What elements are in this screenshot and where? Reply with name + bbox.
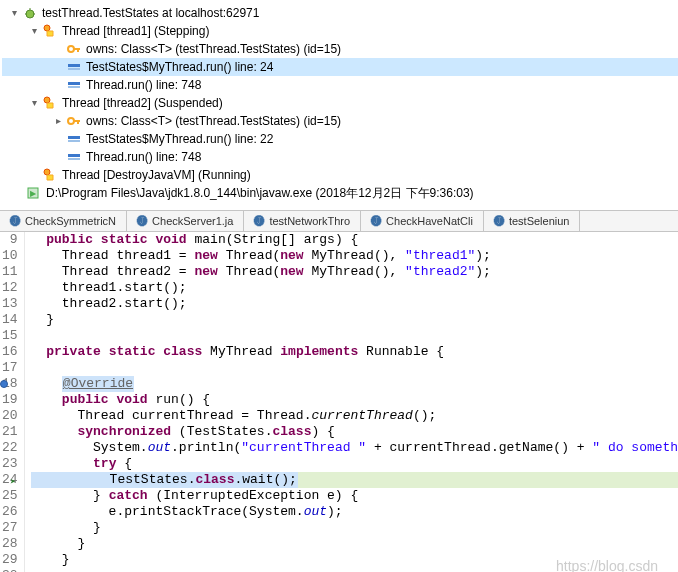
editor-tabs: 🅙CheckSymmetricN 🅙CheckServer1.ja 🅙testN… bbox=[0, 210, 678, 232]
frame-label: Thread.run() line: 748 bbox=[84, 148, 201, 166]
svg-rect-11 bbox=[68, 86, 80, 88]
stack-frame-icon bbox=[66, 77, 82, 93]
tab-label: testSeleniun bbox=[509, 215, 570, 227]
collapse-icon[interactable]: ▾ bbox=[26, 95, 42, 111]
code-line: thread2.start(); bbox=[31, 296, 678, 312]
line-number: 22 bbox=[2, 440, 18, 456]
code-line: public void run() { bbox=[31, 392, 678, 408]
line-number: 23 bbox=[2, 456, 18, 472]
java-file-icon: 🅙 bbox=[10, 215, 21, 227]
svg-point-12 bbox=[44, 97, 50, 103]
stack-frame[interactable]: TestStates$MyThread.run() line: 22 bbox=[2, 130, 678, 148]
editor-tab[interactable]: 🅙testNetworkThro bbox=[244, 211, 361, 231]
debug-target-label: testThread.TestStates at localhost:62971 bbox=[40, 4, 259, 22]
stack-frame-icon bbox=[66, 59, 82, 75]
code-line: @Override bbox=[31, 376, 678, 392]
code-line: public static void main(String[] args) { bbox=[31, 232, 678, 248]
code-line: } bbox=[31, 312, 678, 328]
line-number: 19 bbox=[2, 392, 18, 408]
debug-tree: ▾ testThread.TestStates at localhost:629… bbox=[0, 0, 678, 210]
thread-node-1[interactable]: ▾ Thread [thread1] (Stepping) bbox=[2, 22, 678, 40]
line-number: 20 bbox=[2, 408, 18, 424]
stack-frame[interactable]: Thread.run() line: 748 bbox=[2, 76, 678, 94]
code-line: private static class MyThread implements… bbox=[31, 344, 678, 360]
line-number: 10 bbox=[2, 248, 18, 264]
frame-label: Thread.run() line: 748 bbox=[84, 76, 201, 94]
editor-tab[interactable]: 🅙testSeleniun bbox=[484, 211, 581, 231]
line-number: 15 bbox=[2, 328, 18, 344]
line-number: 17 bbox=[2, 360, 18, 376]
line-number: 16 bbox=[2, 344, 18, 360]
line-number: 9 bbox=[2, 232, 18, 248]
thread-node-destroy[interactable]: ▸ Thread [DestroyJavaVM] (Running) bbox=[2, 166, 678, 184]
debug-target[interactable]: ▾ testThread.TestStates at localhost:629… bbox=[2, 4, 678, 22]
thread-label: Thread [DestroyJavaVM] (Running) bbox=[60, 166, 251, 184]
line-number: 13 bbox=[2, 296, 18, 312]
stack-frame[interactable]: Thread.run() line: 748 bbox=[2, 148, 678, 166]
code-editor[interactable]: 9 10 11 12 13 14 15 16 17 18 19 20 21 22… bbox=[0, 232, 678, 572]
code-line bbox=[31, 360, 678, 376]
java-file-icon: 🅙 bbox=[371, 215, 382, 227]
line-number: 26 bbox=[2, 504, 18, 520]
code-line: Thread currentThread = Thread.currentThr… bbox=[31, 408, 678, 424]
code-line: thread1.start(); bbox=[31, 280, 678, 296]
java-file-icon: 🅙 bbox=[494, 215, 505, 227]
stack-frame-selected[interactable]: TestStates$MyThread.run() line: 24 bbox=[2, 58, 678, 76]
java-file-icon: 🅙 bbox=[254, 215, 265, 227]
thread-label: Thread [thread1] (Stepping) bbox=[60, 22, 209, 40]
line-number: 27 bbox=[2, 520, 18, 536]
monitor-label: owns: Class<T> (testThread.TestStates) (… bbox=[84, 40, 341, 58]
svg-rect-18 bbox=[68, 154, 80, 157]
svg-rect-10 bbox=[68, 82, 80, 85]
watermark-text: https://blog.csdn bbox=[556, 558, 658, 572]
svg-point-4 bbox=[44, 25, 50, 31]
svg-point-0 bbox=[26, 10, 34, 18]
editor-tab[interactable]: 🅙CheckServer1.ja bbox=[127, 211, 244, 231]
tab-label: CheckSymmetricN bbox=[25, 215, 116, 227]
line-number: 28 bbox=[2, 536, 18, 552]
thread-icon bbox=[42, 167, 58, 183]
line-number: 11 bbox=[2, 264, 18, 280]
code-line bbox=[31, 328, 678, 344]
svg-text:▶: ▶ bbox=[30, 189, 37, 198]
thread-icon bbox=[42, 95, 58, 111]
editor-tab[interactable]: 🅙CheckHaveNatCli bbox=[361, 211, 484, 231]
svg-rect-9 bbox=[68, 68, 80, 70]
breakpoint-icon[interactable] bbox=[0, 380, 8, 388]
thread-node-2[interactable]: ▾ Thread [thread2] (Suspended) bbox=[2, 94, 678, 112]
line-number: 14 bbox=[2, 312, 18, 328]
monitor-owns[interactable]: ▸ owns: Class<T> (testThread.TestStates)… bbox=[2, 112, 678, 130]
svg-rect-19 bbox=[68, 158, 80, 160]
line-number: 12 bbox=[2, 280, 18, 296]
process-icon: ▶ bbox=[26, 185, 42, 201]
code-line: Thread thread1 = new Thread(new MyThread… bbox=[31, 248, 678, 264]
code-line: } bbox=[31, 536, 678, 552]
process-node[interactable]: ▶ D:\Program Files\Java\jdk1.8.0_144\bin… bbox=[2, 184, 678, 202]
frame-label: TestStates$MyThread.run() line: 24 bbox=[84, 58, 273, 76]
java-file-icon: 🅙 bbox=[137, 215, 148, 227]
code-line: Thread thread2 = new Thread(new MyThread… bbox=[31, 264, 678, 280]
line-number: ➤24 bbox=[2, 472, 18, 488]
frame-label: TestStates$MyThread.run() line: 22 bbox=[84, 130, 273, 148]
line-gutter: 9 10 11 12 13 14 15 16 17 18 19 20 21 22… bbox=[0, 232, 25, 572]
code-area[interactable]: public static void main(String[] args) {… bbox=[25, 232, 678, 572]
monitor-label: owns: Class<T> (testThread.TestStates) (… bbox=[84, 112, 341, 130]
line-number: 30 bbox=[2, 568, 18, 572]
process-label: D:\Program Files\Java\jdk1.8.0_144\bin\j… bbox=[44, 184, 474, 202]
thread-icon bbox=[42, 23, 58, 39]
svg-rect-8 bbox=[68, 64, 80, 67]
expand-icon[interactable]: ▸ bbox=[50, 113, 66, 129]
code-line: } bbox=[31, 520, 678, 536]
monitor-owns[interactable]: owns: Class<T> (testThread.TestStates) (… bbox=[2, 40, 678, 58]
stack-frame-icon bbox=[66, 131, 82, 147]
bug-icon bbox=[22, 5, 38, 21]
collapse-icon[interactable]: ▾ bbox=[26, 23, 42, 39]
thread-label: Thread [thread2] (Suspended) bbox=[60, 94, 223, 112]
svg-rect-16 bbox=[68, 136, 80, 139]
key-icon bbox=[66, 41, 82, 57]
code-line: } catch (InterruptedException e) { bbox=[31, 488, 678, 504]
line-number: 21 bbox=[2, 424, 18, 440]
line-number: 29 bbox=[2, 552, 18, 568]
editor-tab[interactable]: 🅙CheckSymmetricN bbox=[0, 211, 127, 231]
collapse-icon[interactable]: ▾ bbox=[6, 5, 22, 21]
